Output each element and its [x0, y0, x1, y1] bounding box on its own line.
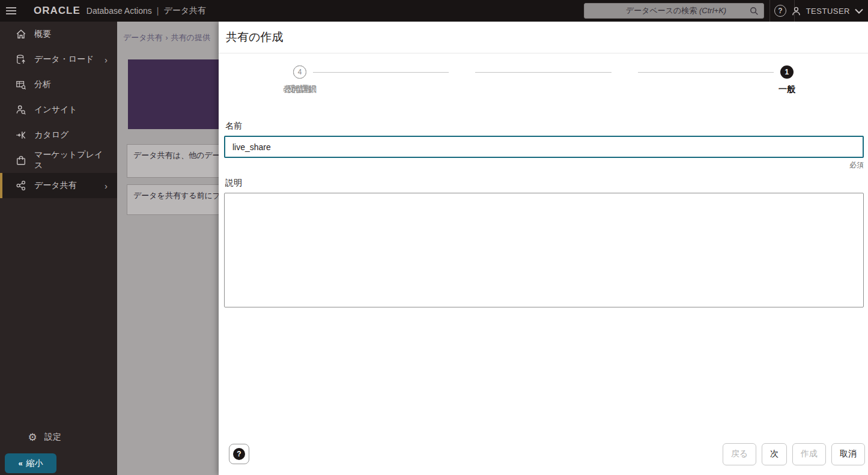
info-box: データ共有は、他のデー: [127, 144, 219, 178]
context-title: データ共有: [163, 5, 206, 16]
step-connector: [475, 72, 611, 73]
dialog-footer: ? 戻る 次 作成 取消: [219, 433, 868, 475]
help-icon[interactable]: ?: [774, 5, 786, 17]
user-menu[interactable]: TESTUSER: [791, 0, 863, 22]
search-icon: [750, 7, 759, 16]
collapse-sidebar-button[interactable]: « 縮小: [5, 453, 56, 473]
chevron-down-icon: [855, 8, 863, 14]
sidebar-item-data-load[interactable]: データ・ロード ›: [0, 47, 117, 72]
step-label: 一般: [706, 84, 868, 95]
search-placeholder: データベースの検索 (Ctrl+K): [602, 5, 750, 16]
gear-icon: ⚙: [26, 431, 38, 443]
dimmed-background-page: データ共有›共有の提供 データ共有は、他のデー データを共有する前にプ: [117, 22, 219, 475]
sidebar-item-label: インサイト: [34, 104, 77, 115]
sidebar-item-label: データ・ロード: [34, 54, 94, 65]
sidebar-item-label: 設定: [44, 432, 61, 443]
sidebar-item-label: データ共有: [34, 180, 77, 191]
dialog-title: 共有の作成: [226, 29, 283, 45]
sidebar-item-label: 概要: [34, 29, 51, 40]
app-title: Database Actions: [86, 6, 152, 16]
sidebar-item-label: カタログ: [34, 130, 68, 141]
info-box: データを共有する前にプ: [127, 184, 219, 215]
dialog-help-button[interactable]: ?: [229, 444, 249, 464]
next-button[interactable]: 次: [762, 443, 787, 465]
step-number: 1: [780, 65, 794, 79]
title-separator: |: [157, 6, 159, 16]
required-hint: 必須: [224, 160, 864, 171]
breadcrumb-item-data-sharing[interactable]: データ共有: [123, 33, 163, 42]
share-icon: [15, 180, 27, 192]
user-icon: [791, 6, 801, 16]
purple-banner: [128, 59, 219, 129]
breadcrumb: データ共有›共有の提供: [123, 32, 210, 43]
create-button[interactable]: 作成: [792, 443, 826, 465]
create-share-dialog: 共有の作成 1 一般 2 公開詳細 3 表の選択 4 受信者 名前 必須 説明 …: [219, 22, 868, 475]
dialog-header: 共有の作成: [219, 22, 868, 53]
breadcrumb-item-provide-share: 共有の提供: [171, 33, 210, 42]
cancel-button[interactable]: 取消: [831, 443, 865, 465]
sidebar-item-label: マーケットプレイス: [34, 150, 108, 171]
sidebar-item-insights[interactable]: インサイト: [0, 97, 117, 123]
collapse-label: 縮小: [26, 458, 43, 469]
back-button[interactable]: 戻る: [723, 443, 756, 465]
name-field-label: 名前: [224, 121, 864, 132]
topbar-divider: [769, 0, 770, 22]
user-name: TESTUSER: [806, 7, 850, 16]
general-step-form: 名前 必須 説明: [219, 109, 868, 433]
insights-icon: [15, 104, 27, 116]
help-icon: ?: [233, 448, 245, 460]
chevron-right-icon: ›: [105, 55, 108, 65]
sidebar-item-catalog[interactable]: カタログ: [0, 123, 117, 148]
wizard-step-recipients[interactable]: 4 受信者: [219, 65, 381, 95]
share-description-textarea[interactable]: [224, 193, 864, 307]
share-name-input[interactable]: [224, 136, 864, 158]
sidebar-item-data-sharing[interactable]: データ共有 ›: [0, 173, 117, 198]
database-search-input[interactable]: データベースの検索 (Ctrl+K): [584, 3, 764, 19]
sidebar-item-marketplace[interactable]: マーケットプレイス: [0, 148, 117, 173]
catalog-icon: [15, 129, 27, 141]
sidebar-item-analysis[interactable]: 分析: [0, 72, 117, 97]
wizard-step-train: 1 一般 2 公開詳細 3 表の選択 4 受信者: [219, 65, 868, 109]
sidebar-item-settings[interactable]: ⚙ 設定: [0, 426, 117, 448]
description-field-label: 説明: [224, 178, 864, 189]
hamburger-menu-icon[interactable]: [0, 0, 23, 22]
sidebar-item-overview[interactable]: 概要: [0, 22, 117, 47]
double-chevron-left-icon: «: [18, 459, 21, 468]
top-bar: ORACLE Database Actions | データ共有 データベースの検…: [0, 0, 868, 22]
marketplace-icon: [15, 154, 27, 166]
sidebar-item-label: 分析: [34, 79, 51, 90]
wizard-step-general[interactable]: 1 一般: [706, 65, 868, 95]
dialog-action-buttons: 戻る 次 作成 取消: [723, 443, 865, 465]
step-number: 4: [293, 65, 306, 79]
chevron-right-icon: ›: [105, 181, 108, 191]
breadcrumb-separator: ›: [166, 34, 168, 42]
analysis-icon: [15, 79, 27, 91]
oracle-logo: ORACLE: [34, 5, 80, 17]
step-label: 受信者: [219, 84, 381, 95]
home-icon: [15, 28, 27, 40]
data-load-icon: [15, 53, 27, 65]
sidebar-nav: 概要 データ・ロード › 分析 インサイト カタログ マーケットプレイス: [0, 22, 117, 475]
